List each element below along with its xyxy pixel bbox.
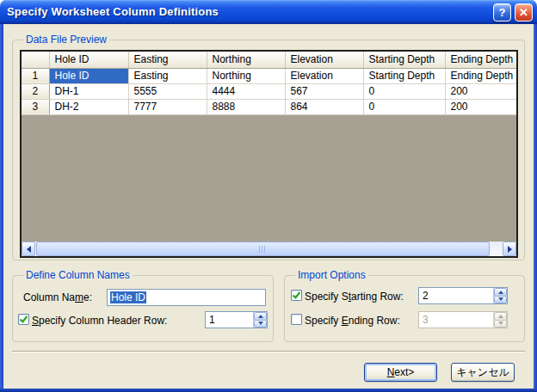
column-header[interactable]: Hole ID: [49, 52, 128, 68]
cancel-button[interactable]: キャンセル: [451, 363, 515, 382]
window-title: Specify Worksheet Column Definitions: [7, 5, 219, 18]
spin-down-icon: [498, 322, 503, 325]
spin-up-icon: [258, 315, 263, 318]
row-number[interactable]: 1: [22, 68, 49, 83]
table-cell[interactable]: 0: [363, 83, 445, 99]
table-row: 1 Hole ID Easting Northing Elevation Sta…: [22, 68, 516, 83]
starting-row-value: 2: [419, 288, 493, 303]
scroll-right-icon: [508, 246, 512, 253]
ending-row-spinner: 3: [418, 311, 508, 328]
header-row-value: 1: [206, 312, 253, 328]
table-cell[interactable]: DH-1: [49, 83, 128, 99]
dialog-window: Specify Worksheet Column Definitions ? ✕…: [0, 0, 537, 392]
column-header[interactable]: Northing: [207, 52, 285, 68]
table-cell[interactable]: 8888: [207, 99, 285, 114]
table-cell[interactable]: Starting Depth: [363, 68, 445, 83]
data-file-preview-group: Data File Preview Hole ID Easting Northi…: [12, 40, 525, 260]
specify-ending-row-label: Specify Ending Row:: [305, 315, 400, 327]
specify-ending-row-checkbox[interactable]: [291, 314, 302, 325]
check-icon: [19, 315, 28, 324]
import-options-group: Import Options Specify Starting Row: 2 S…: [284, 275, 525, 342]
table-cell[interactable]: 200: [445, 83, 516, 99]
data-preview-grid: Hole ID Easting Northing Elevation Start…: [20, 50, 518, 258]
table-row: 2 DH-1 5555 4444 567 0 200: [22, 83, 516, 99]
table-cell[interactable]: Ending Depth: [445, 68, 516, 83]
scroll-right-button[interactable]: [503, 242, 516, 256]
import-options-label: Import Options: [295, 269, 368, 281]
corner-header-cell[interactable]: [22, 52, 49, 68]
table-cell[interactable]: DH-2: [49, 99, 128, 114]
table-cell[interactable]: 567: [285, 83, 363, 99]
column-header[interactable]: Ending Depth: [445, 52, 516, 68]
help-icon: ?: [499, 6, 506, 19]
spin-buttons: [253, 312, 267, 328]
scrollbar-thumb[interactable]: [36, 242, 490, 256]
dialog-body: Data File Preview Hole ID Easting Northi…: [0, 24, 537, 392]
scrollbar-grip-icon: [259, 246, 267, 253]
define-column-names-label: Define Column Names: [23, 269, 133, 281]
window-border-bottom: [0, 389, 537, 392]
table-row: 3 DH-2 7777 8888 864 0 200: [22, 99, 516, 114]
close-icon: ✕: [519, 6, 528, 19]
spin-down-button[interactable]: [494, 296, 507, 304]
table-cell[interactable]: Easting: [128, 68, 207, 83]
footer-separator: [12, 351, 525, 352]
starting-row-spinner[interactable]: 2: [418, 287, 508, 304]
table-cell[interactable]: 200: [445, 99, 516, 114]
help-button[interactable]: ?: [493, 3, 511, 21]
table-cell[interactable]: 4444: [207, 83, 285, 99]
spin-down-button: [494, 320, 507, 328]
spin-down-icon: [498, 297, 503, 301]
window-border-right: [534, 24, 537, 392]
next-button[interactable]: Next>: [364, 363, 437, 382]
specify-header-row-checkbox[interactable]: [18, 314, 29, 325]
spin-down-icon: [258, 322, 263, 325]
window-border-left: [0, 24, 3, 392]
spin-down-button[interactable]: [254, 320, 267, 328]
row-number[interactable]: 2: [22, 83, 49, 99]
scroll-left-button[interactable]: [22, 242, 35, 256]
spin-up-icon: [498, 291, 503, 294]
spin-up-icon: [498, 315, 503, 318]
define-column-names-group: Define Column Names Column Name: Hole ID…: [12, 275, 274, 342]
column-name-value: Hole ID: [110, 291, 146, 303]
ending-row-value: 3: [419, 312, 493, 328]
specify-starting-row-checkbox[interactable]: [291, 290, 302, 301]
spin-buttons: [493, 312, 507, 328]
data-file-preview-label: Data File Preview: [23, 34, 109, 46]
spin-buttons: [493, 288, 507, 303]
column-header[interactable]: Elevation: [285, 52, 363, 68]
table-cell[interactable]: Elevation: [285, 68, 363, 83]
column-name-label: Column Name:: [23, 291, 92, 303]
scrollbar-track[interactable]: [35, 242, 503, 256]
column-header[interactable]: Starting Depth: [363, 52, 445, 68]
table-cell[interactable]: 0: [363, 99, 445, 114]
preview-table: Hole ID Easting Northing Elevation Start…: [22, 52, 517, 115]
table-cell[interactable]: 864: [285, 99, 363, 114]
title-bar[interactable]: Specify Worksheet Column Definitions ? ✕: [0, 0, 537, 24]
specify-header-row-label: Specify Column Header Row:: [32, 315, 167, 327]
table-cell-selected[interactable]: Hole ID: [49, 68, 128, 83]
row-number[interactable]: 3: [22, 99, 49, 114]
close-button[interactable]: ✕: [515, 3, 533, 21]
table-cell[interactable]: Northing: [207, 68, 285, 83]
header-row-spinner[interactable]: 1: [205, 311, 268, 328]
table-cell[interactable]: 7777: [128, 99, 207, 114]
horizontal-scrollbar[interactable]: [22, 242, 516, 256]
cancel-button-label: キャンセル: [456, 366, 509, 378]
check-icon: [292, 291, 301, 300]
column-name-input[interactable]: Hole ID: [107, 289, 266, 306]
specify-starting-row-label: Specify Starting Row:: [305, 291, 404, 303]
column-header[interactable]: Easting: [128, 52, 207, 68]
scroll-left-icon: [27, 246, 31, 253]
table-cell[interactable]: 5555: [128, 83, 207, 99]
